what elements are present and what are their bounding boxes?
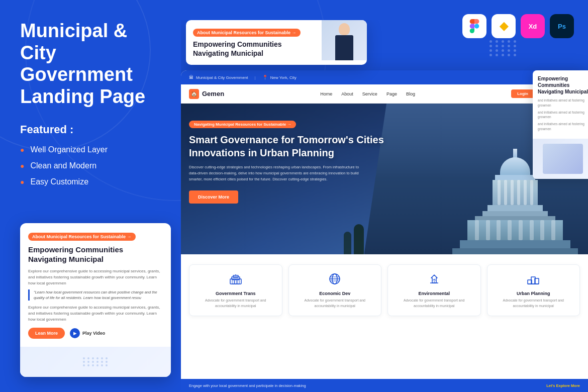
service-title-2: Economic Dev <box>294 291 376 296</box>
topbar-location: New York, City <box>270 75 297 80</box>
sketch-symbol: ◆ <box>500 20 508 33</box>
right-partial-text-3: and initiatives aimed at fostering growm… <box>538 122 588 132</box>
site-topbar: 🏛 Municipal & City Government | 📍 New Yo… <box>181 70 588 84</box>
top-preview-card: About Municipal Resources for Sustainabl… <box>186 20 367 65</box>
service-title-4: Urban Planning <box>493 291 575 296</box>
feature-item-1: Well Organized Layer <box>20 145 166 154</box>
nav-home[interactable]: Home <box>320 91 332 96</box>
login-button[interactable]: Login <box>511 89 534 98</box>
service-desc-4: Advocate for government transport and ac… <box>493 298 575 309</box>
svg-rect-2 <box>233 275 238 277</box>
site-nav-links[interactable]: Home About Service Page Blog <box>320 91 415 96</box>
small-preview-quote: "Learn how local government resources ca… <box>28 289 163 301</box>
site-logo: 🏠 Gemen <box>189 89 224 99</box>
services-section: Government Trans Advocate for government… <box>181 254 588 324</box>
topbar-location-icon: 📍 <box>262 75 268 80</box>
service-title-1: Government Trans <box>194 291 277 296</box>
preview-buttons: Lean More ▶ Play Video <box>28 328 163 339</box>
feature-item-3: Easy Customize <box>20 177 166 186</box>
hero-title: Smart Governance for Tomorrow's Cities I… <box>189 133 393 159</box>
nav-about[interactable]: About <box>341 91 353 96</box>
service-card-economic: Economic Dev Advocate for government tra… <box>288 264 382 316</box>
small-preview-desc1: Explore our comprehensive guide to acces… <box>28 268 163 286</box>
learn-more-button[interactable]: Lean More <box>28 328 65 339</box>
right-partial-preview: Empowering Communities Navigating Munici… <box>533 70 588 179</box>
logo-icon: 🏠 <box>189 89 199 99</box>
footer-bar-left: Engage with your local government and pa… <box>189 383 306 388</box>
adobe-xd-icon[interactable]: Xd <box>521 14 545 38</box>
right-partial-content: Empowering Communities Navigating Munici… <box>533 70 588 139</box>
xd-symbol: Xd <box>529 23 537 30</box>
left-panel: Municipal & City Government Landing Page… <box>0 0 186 392</box>
main-preview-area: About Municipal Resources for Sustainabl… <box>181 20 588 392</box>
tree-silhouettes <box>344 224 364 254</box>
photoshop-icon[interactable]: Ps <box>550 14 574 38</box>
logo-text: Gemen <box>202 90 224 97</box>
service-desc-3: Advocate for government transport and ac… <box>393 298 475 309</box>
discover-more-button[interactable]: Discover More <box>189 190 238 204</box>
nav-blog[interactable]: Blog <box>406 91 415 96</box>
feature-item-2: Clean and Modern <box>20 161 166 170</box>
website-preview: 🏛 Municipal & City Government | 📍 New Yo… <box>181 70 588 392</box>
nav-page[interactable]: Page <box>386 91 397 96</box>
service-desc-2: Advocate for government transport and ac… <box>294 298 376 309</box>
play-video-button[interactable]: ▶ Play Video <box>70 328 105 338</box>
small-preview-card: About Municipal Resources for Sustainabl… <box>20 223 171 377</box>
footer-bar-link[interactable]: Let's Explore More <box>546 383 580 388</box>
site-hero: Navigating Municipal Resources for Susta… <box>181 104 588 254</box>
small-preview-desc2: Explore our comprehensive guide to acces… <box>28 305 163 323</box>
site-nav: 🏠 Gemen Home About Service Page Blog Log… <box>181 84 588 104</box>
tool-icons-container: ◆ Xd Ps <box>462 14 574 38</box>
svg-rect-6 <box>237 280 239 284</box>
ps-symbol: Ps <box>558 23 566 30</box>
top-card-title: Empowering Communities Navigating Munici… <box>193 40 315 58</box>
right-partial-image <box>533 139 588 179</box>
topbar-building-icon: 🏛 <box>189 75 193 80</box>
site-footer-bar: Engage with your local government and pa… <box>181 379 588 392</box>
figma-icon[interactable] <box>462 14 486 38</box>
svg-rect-4 <box>232 280 234 284</box>
featured-label: Featured : <box>20 123 166 136</box>
economic-icon <box>294 272 376 288</box>
service-card-urban: Urban Planning Advocate for government t… <box>487 264 580 316</box>
service-card-government: Government Trans Advocate for government… <box>189 264 282 316</box>
dot-grid <box>83 357 109 366</box>
service-desc-1: Advocate for government transport and ac… <box>194 298 277 309</box>
urban-icon <box>493 272 575 288</box>
feature-list: Well Organized Layer Clean and Modern Ea… <box>20 145 166 186</box>
service-card-environmental: Environmental Advocate for government tr… <box>387 264 481 316</box>
nav-service[interactable]: Service <box>362 91 377 96</box>
right-partial-title: Empowering Communities Navigating Munici… <box>538 75 588 95</box>
avatar-area <box>322 20 367 60</box>
hero-badge: Navigating Municipal Resources for Susta… <box>189 121 296 128</box>
environmental-icon <box>393 272 475 288</box>
hero-desc: Discover cutting-edge strategies and tec… <box>189 164 360 182</box>
preview-card-decoration <box>20 347 171 377</box>
hero-content: Navigating Municipal Resources for Susta… <box>189 119 393 204</box>
government-icon <box>194 272 277 288</box>
page-title: Municipal & City Government Landing Page <box>20 20 166 108</box>
service-title-3: Environmental <box>393 291 475 296</box>
right-partial-text-2: and initiatives aimed at fostering growm… <box>538 110 588 120</box>
right-partial-text-1: and initiatives aimed at fostering growm… <box>538 98 588 108</box>
sketch-icon[interactable]: ◆ <box>492 14 516 38</box>
small-preview-title: Empowering Communities Navigating Munici… <box>28 245 163 264</box>
topbar-site-name: Municipal & City Government <box>196 75 248 80</box>
play-icon: ▶ <box>70 328 80 338</box>
top-card-badge: About Municipal Resources for Sustainabl… <box>193 29 301 37</box>
svg-rect-5 <box>235 280 237 284</box>
topbar-left: 🏛 Municipal & City Government | 📍 New Yo… <box>189 75 297 80</box>
small-preview-badge: About Municipal Resources for Sustainabl… <box>28 233 136 241</box>
